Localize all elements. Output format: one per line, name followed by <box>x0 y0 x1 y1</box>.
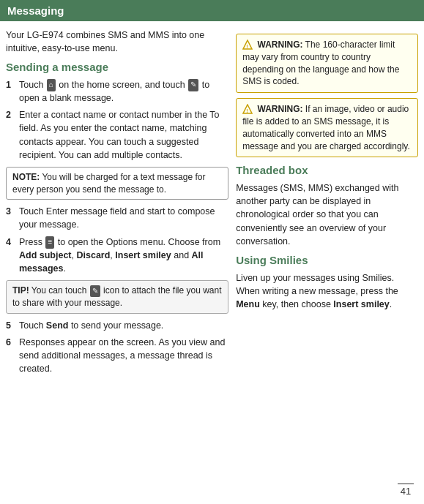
tip-text: You can touch ✎ icon to attach the file … <box>12 285 222 308</box>
page-number: 41 <box>398 484 414 497</box>
step-3-num: 3 <box>6 205 18 218</box>
step-4: 4 Press ≡ to open the Options menu. Choo… <box>6 236 228 275</box>
steps-list-2: 3 Touch Enter message field and start to… <box>6 205 228 275</box>
compose-icon: ✎ <box>188 79 198 91</box>
warning-2-label: WARNING: <box>258 104 303 114</box>
header-title: Messaging <box>7 4 64 17</box>
step-1: 1 Touch ⌂ on the home screen, and touch … <box>6 78 228 105</box>
svg-text:!: ! <box>246 43 248 48</box>
page-header: Messaging <box>0 0 424 21</box>
step-2-text: Enter a contact name or contact number i… <box>19 108 228 162</box>
note-text: You will be charged for a text message f… <box>12 172 205 195</box>
home-icon: ⌂ <box>47 79 56 91</box>
left-column: Your LG-E974 combines SMS and MMS into o… <box>6 29 228 379</box>
step-6-num: 6 <box>6 336 18 349</box>
step-5: 5 Touch Send to send your message. <box>6 319 228 332</box>
step-2-num: 2 <box>6 108 18 121</box>
menu-icon: ≡ <box>45 236 54 249</box>
tip-label: TIP! <box>12 285 29 296</box>
steps-list: 1 Touch ⌂ on the home screen, and touch … <box>6 78 228 162</box>
step-1-num: 1 <box>6 78 18 91</box>
step-3: 3 Touch Enter message field and start to… <box>6 205 228 231</box>
smilies-text: Liven up your messages using Smilies. Wh… <box>236 271 418 311</box>
step-6-text: Responses appear on the screen. As you v… <box>19 336 228 375</box>
svg-text:!: ! <box>246 108 248 113</box>
step-3-text: Touch Enter message field and start to c… <box>19 205 228 231</box>
threaded-text: Messages (SMS, MMS) exchanged with anoth… <box>236 181 418 248</box>
note-label: NOTE: <box>12 172 40 182</box>
main-content: Your LG-E974 combines SMS and MMS into o… <box>0 21 424 401</box>
right-column: ! WARNING: The 160-character limit may v… <box>236 29 418 379</box>
tip-box: TIP! You can touch ✎ icon to attach the … <box>6 280 228 314</box>
step-4-text: Press ≡ to open the Options menu. Choose… <box>19 236 228 275</box>
step-4-num: 4 <box>6 236 18 249</box>
step-5-text: Touch Send to send your message. <box>19 319 228 332</box>
step-1-text: Touch ⌂ on the home screen, and touch ✎ … <box>19 78 228 105</box>
warning-icon-2: ! <box>242 104 253 114</box>
step-6: 6 Responses appear on the screen. As you… <box>6 336 228 375</box>
step-2: 2 Enter a contact name or contact number… <box>6 108 228 162</box>
threaded-heading: Threaded box <box>236 162 418 178</box>
steps-list-3: 5 Touch Send to send your message. 6 Res… <box>6 319 228 376</box>
sending-heading: Sending a message <box>6 59 228 75</box>
note-box: NOTE: You will be charged for a text mes… <box>6 167 228 200</box>
warning-box-2: ! WARNING: If an image, video or audio f… <box>236 98 418 157</box>
warning-box-1: ! WARNING: The 160-character limit may v… <box>236 34 418 93</box>
warning-1-label: WARNING: <box>258 40 303 50</box>
step-5-num: 5 <box>6 319 18 332</box>
smilies-heading: Using Smilies <box>236 252 418 268</box>
attach-icon: ✎ <box>90 285 100 297</box>
intro-text: Your LG-E974 combines SMS and MMS into o… <box>6 29 228 55</box>
warning-icon-1: ! <box>242 40 253 50</box>
